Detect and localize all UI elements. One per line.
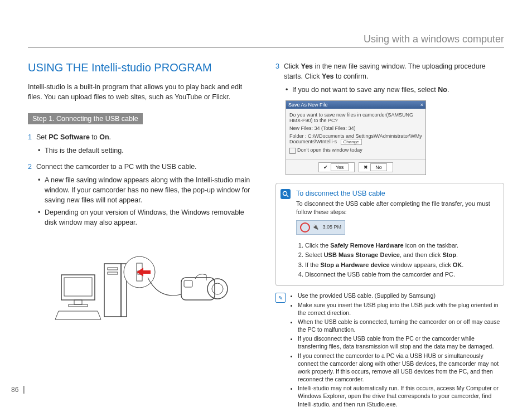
step-2-text: Connect the camcorder to a PC with the U… (36, 162, 257, 172)
svg-rect-2 (74, 300, 82, 304)
dialog-dont-show: Don't open this window today (289, 147, 422, 153)
svg-point-14 (212, 283, 223, 294)
step-1-sub: This is the default setting. (38, 146, 257, 156)
intro-text: Intelli-studio is a built-in program tha… (28, 82, 257, 102)
svg-rect-12 (181, 278, 215, 300)
dialog-question: Do you want to save new files in camcord… (289, 112, 422, 123)
disconnect-title: To disconnect the USB cable (296, 189, 498, 199)
svg-point-16 (283, 191, 287, 195)
page-header: Using with a windows computer (364, 33, 504, 45)
step-2-sub-2: Depending on your version of Windows, th… (38, 207, 257, 227)
step-number-3: 3 (275, 61, 279, 81)
note-1: Use the provided USB cable. (Supplied by… (298, 292, 504, 299)
pencil-icon: ✎ (275, 293, 286, 303)
svg-rect-4 (104, 264, 121, 317)
step-number-1: 1 (28, 132, 32, 142)
note-3: When the USB cable is connected, turning… (298, 318, 504, 333)
dialog-folder: Folder : C:\WDocuments and Settings\WAdm… (289, 133, 422, 145)
disconnect-step-3: If the Stop a Hardware device window app… (305, 261, 498, 269)
note-2: Make sure you insert the USB plug into t… (298, 301, 504, 317)
disconnect-step-4: Disconnect the USB cable from the camcor… (305, 270, 498, 279)
dialog-no-button: ✖ No (359, 162, 393, 172)
step-heading: Step 1. Connecting the USB cable (28, 113, 143, 124)
svg-rect-3 (69, 304, 88, 307)
dialog-filecount: New Files: 34 (Total Files: 34) (289, 125, 422, 131)
disconnect-step-1: Click the Safely Remove Hardware icon on… (305, 241, 498, 250)
taskbar-mock: 🔌 3:05 PM (296, 220, 345, 235)
notes-box: ✎ Use the provided USB cable. (Supplied … (275, 292, 504, 407)
svg-rect-1 (64, 278, 92, 296)
disconnect-intro: To disconnect the USB cable after comple… (296, 200, 498, 217)
connection-diagram (28, 233, 257, 330)
close-icon: × (420, 102, 423, 108)
save-dialog-mock: Save As New File × Do you want to save n… (286, 100, 426, 175)
left-column: USING THE Intelli-studio PROGRAM Intelli… (28, 61, 257, 407)
note-4: If you disconnect the USB cable from the… (298, 335, 504, 350)
disconnect-step-2: Select USB Mass Storage Device, and then… (305, 251, 498, 259)
step-3-sub: If you do not want to save any new files… (286, 85, 504, 95)
note-5: If you connect the camcorder to a PC via… (298, 352, 504, 384)
svg-rect-7 (108, 272, 118, 274)
step-1-text: Set PC Software to On. (36, 132, 257, 142)
magnifier-icon (280, 189, 291, 199)
page-number: 86 (11, 386, 25, 394)
step-3-text: Click Yes in the new file saving window.… (284, 61, 504, 81)
svg-rect-6 (108, 268, 118, 270)
section-title: USING THE Intelli-studio PROGRAM (28, 61, 257, 74)
dialog-title: Save As New File (288, 102, 328, 108)
note-6: Intelli-studio may not automatically run… (298, 384, 504, 407)
change-button: Change (341, 139, 362, 145)
svg-line-17 (287, 195, 288, 197)
svg-rect-15 (184, 280, 192, 287)
step-2-sub-1: A new file saving window appears along w… (38, 175, 257, 205)
svg-point-13 (207, 279, 228, 299)
disconnect-info-box: To disconnect the USB cable To disconnec… (275, 183, 504, 287)
right-column: 3 Click Yes in the new file saving windo… (275, 61, 504, 407)
dialog-yes-button: ✔ Yes (318, 162, 355, 172)
step-number-2: 2 (28, 162, 32, 172)
